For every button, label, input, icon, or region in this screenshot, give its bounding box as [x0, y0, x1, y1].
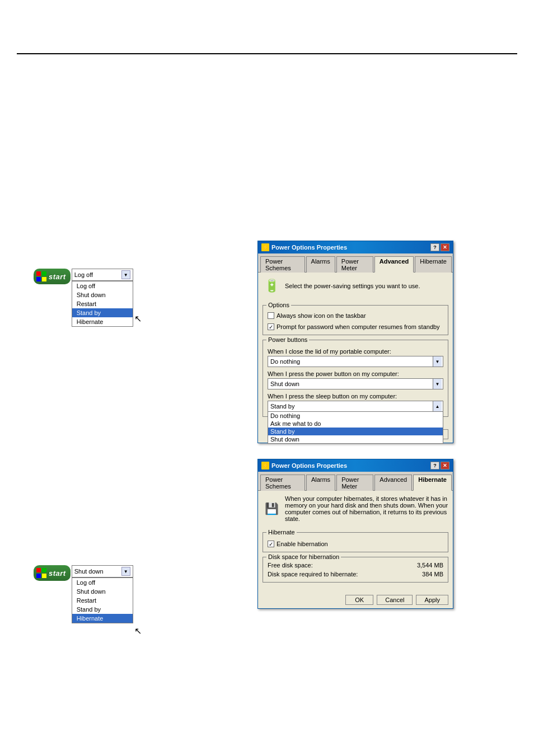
top-shutdown-menu: Log off Shut down Restart Stand by Hiber…	[72, 281, 133, 327]
lid-dropdown-row: When I close the lid of my portable comp…	[268, 348, 443, 367]
svg-rect-0	[36, 271, 41, 276]
dialog-header-description-hibernate: When your computer hibernates, it stores…	[285, 495, 448, 522]
lid-dropdown-value: Do nothing	[269, 358, 433, 365]
dialog-titlebar-advanced: ⚡ Power Options Properties ? ✕	[258, 241, 453, 253]
windows-flag-icon-bottom	[36, 567, 47, 579]
lid-dropdown-arrow-icon[interactable]: ▼	[433, 356, 442, 367]
sleep-dropdown-list: Do nothing Ask me what to do Stand by Sh…	[268, 412, 443, 444]
power-buttons-group: Power buttons When I close the lid of my…	[263, 340, 448, 417]
start-button[interactable]: start	[34, 269, 71, 284]
tab-advanced-bottom[interactable]: Advanced	[374, 475, 412, 491]
dialog-ok-button-hibernate[interactable]: OK	[345, 595, 373, 605]
dialog-title-buttons-hibernate: ? ✕	[430, 462, 449, 469]
tab-power-schemes[interactable]: Power Schemes	[260, 256, 305, 273]
tab-alarms-bottom[interactable]: Alarms	[306, 475, 335, 491]
power-options-dialog-hibernate: ⚡ Power Options Properties ? ✕ Power Sch…	[257, 459, 453, 609]
cursor-icon-bottom: ↖	[134, 626, 142, 636]
tab-alarms[interactable]: Alarms	[306, 256, 335, 273]
dialog-help-button-hibernate[interactable]: ?	[430, 462, 439, 469]
power-saving-icon: 🔋	[263, 277, 280, 295]
dialog-title-text-advanced: ⚡ Power Options Properties	[261, 243, 347, 251]
free-disk-label: Free disk space:	[268, 562, 313, 569]
top-rule	[17, 53, 517, 54]
svg-rect-4	[36, 568, 41, 572]
sleep-option-do-nothing[interactable]: Do nothing	[268, 412, 443, 420]
power-btn-dropdown-arrow-icon[interactable]: ▼	[433, 379, 442, 389]
top-menu-item-logoff[interactable]: Log off	[72, 281, 133, 290]
bottom-menu-item-hibernate[interactable]: Hibernate	[72, 614, 133, 623]
tab-hibernate-top[interactable]: Hibernate	[415, 256, 452, 273]
dialog-body-advanced: 🔋 Select the power-saving settings you w…	[258, 273, 453, 426]
free-disk-row: Free disk space: 3,544 MB	[268, 562, 443, 569]
bottom-menu-item-restart[interactable]: Restart	[72, 596, 133, 605]
top-menu-item-shutdown[interactable]: Shut down	[72, 290, 133, 299]
disk-required-label: Disk space required to hibernate:	[268, 571, 358, 577]
power-options-icon: ⚡	[261, 243, 269, 251]
windows-flag-icon	[36, 271, 47, 282]
bottom-menu-item-logoff[interactable]: Log off	[72, 578, 133, 587]
power-btn-dropdown[interactable]: Shut down ▼	[268, 378, 443, 389]
hibernate-header-icon: 💾	[263, 500, 280, 518]
cursor-icon: ↖	[134, 313, 142, 324]
start-button-bottom[interactable]: start	[34, 565, 71, 581]
sleep-option-shutdown[interactable]: Shut down	[268, 435, 443, 443]
tab-power-meter[interactable]: Power Meter	[336, 256, 373, 273]
sleep-option-standby[interactable]: Stand by	[268, 428, 443, 435]
dialog-title-label-hibernate: Power Options Properties	[271, 462, 347, 469]
disk-space-group: Disk space for hibernation Free disk spa…	[263, 557, 448, 583]
dialog-title-buttons-advanced: ? ✕	[430, 243, 449, 251]
dialog-help-button-advanced[interactable]: ?	[430, 243, 439, 251]
svg-rect-5	[42, 568, 46, 572]
power-options-dialog-advanced: ⚡ Power Options Properties ? ✕ Power Sch…	[257, 241, 453, 443]
disk-space-group-title: Disk space for hibernation	[266, 553, 341, 560]
top-shutdown-select[interactable]: Log off ▼	[72, 269, 133, 281]
taskbar-icon-label: Always show icon on the taskbar	[277, 312, 366, 319]
bottom-shutdown-dropdown[interactable]: Shut down ▼ Log off Shut down Restart St…	[72, 565, 133, 577]
password-prompt-checkbox[interactable]	[268, 323, 274, 330]
sleep-btn-dropdown-row: When I press the sleep button on my comp…	[268, 393, 443, 412]
hibernate-checkbox-row: Enable hibernation	[268, 541, 443, 547]
bottom-menu-item-standby[interactable]: Stand by	[72, 605, 133, 614]
dialog-header-section-advanced: 🔋 Select the power-saving settings you w…	[263, 277, 448, 299]
bottom-shutdown-selected-value: Shut down	[74, 568, 121, 575]
bottom-dropdown-arrow-icon[interactable]: ▼	[121, 567, 130, 576]
start-label-bottom: start	[49, 569, 66, 577]
sleep-btn-dropdown-arrow-icon[interactable]: ▲	[433, 401, 442, 411]
enable-hibernation-label: Enable hibernation	[277, 541, 328, 547]
sleep-btn-dropdown-label: When I press the sleep button on my comp…	[268, 393, 443, 400]
checkbox-row-password: Prompt for password when computer resume…	[268, 323, 443, 330]
tab-power-meter-bottom[interactable]: Power Meter	[336, 475, 373, 491]
dialog-close-button-hibernate[interactable]: ✕	[441, 462, 449, 469]
start-label: start	[49, 273, 66, 281]
power-btn-dropdown-row: When I press the power button on my comp…	[268, 370, 443, 389]
dialog-header-description: Select the power-saving settings you wan…	[285, 283, 448, 289]
top-menu-item-hibernate[interactable]: Hibernate	[72, 317, 133, 326]
disk-required-row: Disk space required to hibernate: 384 MB	[268, 571, 443, 577]
top-menu-item-restart[interactable]: Restart	[72, 299, 133, 308]
bottom-menu-item-shutdown[interactable]: Shut down	[72, 587, 133, 596]
top-shutdown-selected-value: Log off	[74, 271, 121, 278]
tab-hibernate-bottom[interactable]: Hibernate	[413, 475, 452, 491]
enable-hibernation-checkbox[interactable]	[268, 541, 274, 547]
top-shutdown-dropdown[interactable]: Log off ▼ Log off Shut down Restart Stan…	[72, 269, 133, 281]
tab-advanced[interactable]: Advanced	[374, 256, 414, 273]
sleep-btn-dropdown-value: Stand by	[269, 403, 433, 410]
bottom-shutdown-select[interactable]: Shut down ▼	[72, 565, 133, 577]
taskbar-icon-checkbox[interactable]	[268, 312, 274, 319]
power-buttons-group-title: Power buttons	[266, 336, 309, 343]
tab-power-schemes-bottom[interactable]: Power Schemes	[260, 475, 305, 491]
dialog-footer-hibernate: OK Cancel Apply	[258, 591, 453, 608]
sleep-option-ask[interactable]: Ask me what to do	[268, 420, 443, 428]
svg-rect-2	[36, 277, 41, 281]
lid-dropdown[interactable]: Do nothing ▼	[268, 356, 443, 367]
svg-rect-6	[36, 574, 41, 578]
top-menu-item-standby[interactable]: Stand by	[72, 308, 133, 317]
svg-rect-7	[42, 574, 46, 578]
power-options-icon-bottom: ⚡	[261, 462, 269, 469]
dialog-cancel-button-hibernate[interactable]: Cancel	[377, 595, 413, 605]
sleep-btn-dropdown[interactable]: Stand by ▲	[268, 401, 443, 412]
dialog-close-button-advanced[interactable]: ✕	[441, 243, 449, 251]
dialog-apply-button-hibernate[interactable]: Apply	[416, 595, 448, 605]
top-dropdown-arrow-icon[interactable]: ▼	[121, 270, 130, 279]
dialog-title-label-advanced: Power Options Properties	[271, 244, 347, 251]
